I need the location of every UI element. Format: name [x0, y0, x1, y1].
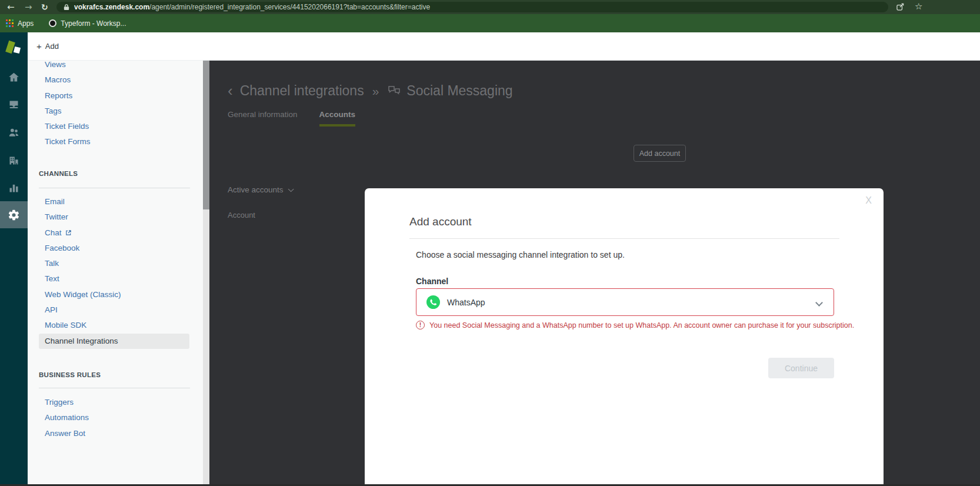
organizations-icon[interactable]	[0, 147, 28, 174]
url-text: vokrafcs.zendesk.com/agent/admin/registe…	[74, 3, 430, 11]
active-accounts-filter[interactable]: Active accounts	[228, 185, 292, 194]
external-link-icon	[65, 229, 72, 236]
browser-toolbar: ← → ↻ vokrafcs.zendesk.com/agent/admin/r…	[0, 0, 980, 14]
chevron-down-icon	[288, 186, 294, 192]
error-message: You need Social Messaging and a WhatsApp…	[429, 321, 854, 329]
sidebar-item[interactable]: Views	[39, 61, 189, 72]
share-icon[interactable]	[895, 2, 905, 12]
whatsapp-icon	[426, 295, 440, 309]
sidebar-item[interactable]: Text	[39, 271, 189, 287]
tab[interactable]: Accounts	[319, 110, 356, 124]
divider	[409, 238, 839, 239]
sidebar-item[interactable]: Email	[39, 194, 189, 209]
breadcrumb[interactable]: Channel integrations	[240, 83, 364, 99]
add-account-button[interactable]: Add account	[634, 145, 686, 162]
settings-sidebar: ViewsMacrosReportsTagsTicket FieldsTicke…	[28, 61, 209, 486]
bookmark-apps[interactable]: Apps	[6, 19, 34, 28]
bookmark-star-icon[interactable]: ☆	[915, 2, 925, 12]
alert-icon: !	[416, 321, 425, 329]
page-header: ‹ Channel integrations » Social Messagin…	[228, 82, 513, 100]
sidebar-item[interactable]: Chat	[39, 225, 189, 241]
app-top-bar: + Add	[28, 32, 980, 61]
lock-icon	[64, 4, 69, 11]
page-title: Social Messaging	[406, 83, 512, 99]
apps-grid-icon	[6, 19, 14, 27]
sidebar-item[interactable]: Triggers	[39, 395, 189, 410]
business-rules-list: TriggersAutomationsAnswer Bot	[28, 395, 209, 441]
bookmark-typeform[interactable]: Typeform - Worksp...	[49, 19, 126, 28]
channel-field-label: Channel	[416, 277, 448, 286]
modal-description: Choose a social messaging channel integr…	[416, 250, 625, 259]
url-domain: vokrafcs.zendesk.com	[74, 3, 149, 11]
continue-button[interactable]: Continue	[768, 358, 834, 378]
bookmarks-bar: Apps Typeform - Worksp...	[0, 14, 980, 32]
plus-icon: +	[36, 41, 42, 51]
business-rules-section-header: BUSINESS RULES	[39, 371, 101, 378]
zendesk-logo-icon	[6, 41, 22, 56]
sidebar-item[interactable]: Talk	[39, 256, 189, 271]
sidebar-item[interactable]: API	[39, 302, 189, 318]
add-button-label: Add	[45, 42, 59, 51]
browser-back-icon[interactable]: ←	[7, 0, 15, 14]
sidebar-item[interactable]: Twitter	[39, 209, 189, 225]
sidebar-scrollbar-thumb[interactable]	[203, 61, 209, 209]
sidebar-item[interactable]: Facebook	[39, 241, 189, 256]
close-icon[interactable]: X	[865, 195, 872, 206]
modal-title: Add account	[409, 215, 472, 228]
home-icon[interactable]	[0, 64, 28, 91]
chevron-down-icon	[815, 299, 823, 307]
typeform-favicon	[49, 19, 56, 27]
channel-select[interactable]: WhatsApp	[416, 288, 834, 316]
channels-section-header: CHANNELS	[39, 170, 78, 177]
sidebar-item[interactable]: Channel Integrations	[39, 334, 189, 349]
sidebar-item[interactable]: Mobile SDK	[39, 318, 189, 333]
url-path: /agent/admin/registered_integration_serv…	[149, 3, 430, 11]
sidebar-item[interactable]: Automations	[39, 410, 189, 425]
sidebar-item[interactable]: Ticket Fields	[39, 119, 189, 134]
sidebar-item[interactable]: Reports	[39, 88, 189, 104]
account-column-header: Account	[228, 211, 255, 219]
customers-icon[interactable]	[0, 119, 28, 146]
reporting-icon[interactable]	[0, 174, 28, 201]
channels-list: EmailTwitterChatFacebookTalkTextWeb Widg…	[28, 194, 209, 349]
divider	[39, 388, 190, 388]
address-bar[interactable]: vokrafcs.zendesk.com/agent/admin/registe…	[56, 2, 888, 12]
product-icon-rail	[0, 32, 28, 486]
divider	[39, 188, 190, 188]
views-tray-icon[interactable]	[0, 91, 28, 118]
sidebar-item[interactable]: Web Widget (Classic)	[39, 287, 189, 302]
browser-forward-icon[interactable]: →	[25, 0, 32, 14]
sidebar-item[interactable]: Ticket Forms	[39, 134, 189, 149]
tab-bar: General informationAccounts	[228, 110, 377, 124]
social-messaging-icon	[387, 84, 401, 98]
tab[interactable]: General information	[228, 110, 298, 124]
back-chevron-icon[interactable]: ‹	[228, 82, 233, 100]
validation-error: ! You need Social Messaging and a WhatsA…	[416, 321, 854, 329]
screen: ← → ↻ vokrafcs.zendesk.com/agent/admin/r…	[0, 0, 980, 486]
sidebar-top-list: ViewsMacrosReportsTagsTicket FieldsTicke…	[28, 61, 209, 150]
add-account-modal: X Add account Choose a social messaging …	[365, 188, 884, 486]
browser-reload-icon[interactable]: ↻	[41, 0, 48, 14]
sidebar-item[interactable]: Macros	[39, 72, 189, 88]
bookmark-label: Typeform - Worksp...	[61, 19, 126, 28]
add-button[interactable]: + Add	[36, 41, 59, 51]
channel-select-value: WhatsApp	[447, 298, 485, 307]
sidebar-item[interactable]: Tags	[39, 104, 189, 119]
sidebar-item[interactable]: Answer Bot	[39, 426, 189, 441]
bookmark-label: Apps	[18, 19, 34, 28]
breadcrumb-separator: »	[372, 84, 379, 98]
admin-settings-icon[interactable]	[0, 201, 28, 228]
